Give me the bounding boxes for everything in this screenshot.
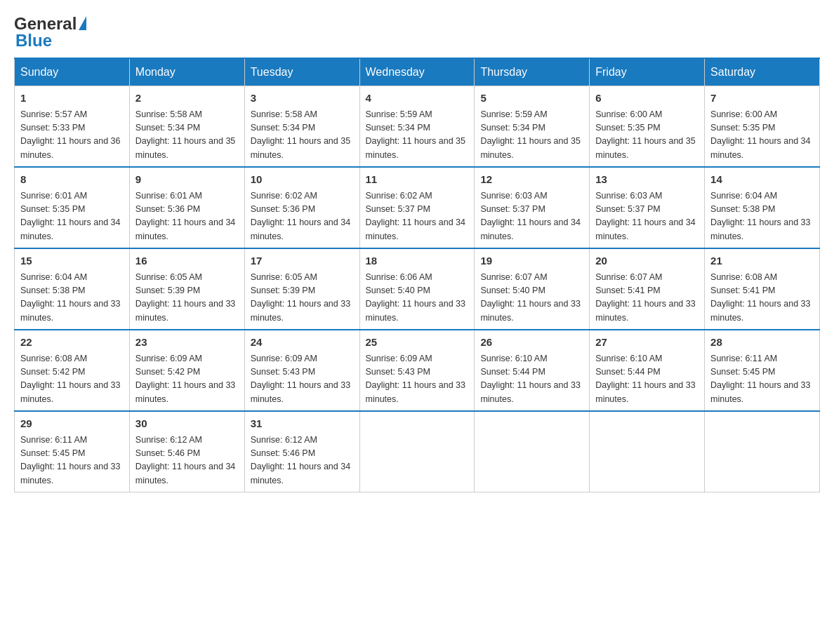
- day-info: Sunrise: 6:05 AMSunset: 5:39 PMDaylight:…: [135, 271, 239, 326]
- day-info: Sunrise: 5:57 AMSunset: 5:33 PMDaylight:…: [20, 108, 124, 163]
- calendar-header-row: SundayMondayTuesdayWednesdayThursdayFrid…: [15, 58, 820, 86]
- calendar-cell: 26Sunrise: 6:10 AMSunset: 5:44 PMDayligh…: [475, 330, 590, 411]
- day-info: Sunrise: 6:08 AMSunset: 5:41 PMDaylight:…: [710, 271, 814, 326]
- day-number: 20: [595, 253, 699, 269]
- day-info: Sunrise: 6:01 AMSunset: 5:35 PMDaylight:…: [20, 189, 124, 244]
- calendar-cell: 19Sunrise: 6:07 AMSunset: 5:40 PMDayligh…: [475, 248, 590, 330]
- day-info: Sunrise: 6:09 AMSunset: 5:43 PMDaylight:…: [251, 352, 354, 407]
- day-info: Sunrise: 6:02 AMSunset: 5:37 PMDaylight:…: [366, 189, 469, 244]
- day-number: 27: [595, 335, 699, 351]
- day-number: 2: [135, 90, 239, 107]
- calendar-cell: 6Sunrise: 6:00 AMSunset: 5:35 PMDaylight…: [590, 86, 705, 168]
- day-number: 16: [135, 253, 239, 269]
- day-number: 17: [251, 253, 354, 269]
- day-number: 19: [480, 253, 583, 269]
- calendar-cell: 17Sunrise: 6:05 AMSunset: 5:39 PMDayligh…: [244, 248, 359, 330]
- calendar-cell: 29Sunrise: 6:11 AMSunset: 5:45 PMDayligh…: [15, 411, 130, 492]
- calendar-cell: 1Sunrise: 5:57 AMSunset: 5:33 PMDaylight…: [15, 86, 130, 168]
- calendar-cell: 25Sunrise: 6:09 AMSunset: 5:43 PMDayligh…: [359, 330, 475, 411]
- calendar-cell: 31Sunrise: 6:12 AMSunset: 5:46 PMDayligh…: [244, 411, 359, 492]
- day-number: 6: [595, 90, 699, 107]
- weekday-header-friday: Friday: [590, 58, 705, 86]
- day-info: Sunrise: 6:12 AMSunset: 5:46 PMDaylight:…: [135, 434, 239, 488]
- day-info: Sunrise: 6:03 AMSunset: 5:37 PMDaylight:…: [480, 189, 583, 244]
- calendar-cell: 2Sunrise: 5:58 AMSunset: 5:34 PMDaylight…: [129, 86, 244, 168]
- day-number: 9: [135, 172, 239, 188]
- calendar-week-3: 15Sunrise: 6:04 AMSunset: 5:38 PMDayligh…: [15, 248, 820, 330]
- calendar-cell: 24Sunrise: 6:09 AMSunset: 5:43 PMDayligh…: [244, 330, 359, 411]
- calendar-cell: 4Sunrise: 5:59 AMSunset: 5:34 PMDaylight…: [359, 86, 475, 168]
- calendar-cell: 15Sunrise: 6:04 AMSunset: 5:38 PMDayligh…: [15, 248, 130, 330]
- day-number: 4: [366, 90, 469, 107]
- day-info: Sunrise: 5:59 AMSunset: 5:34 PMDaylight:…: [366, 108, 469, 163]
- day-number: 25: [366, 335, 469, 351]
- calendar-cell: 18Sunrise: 6:06 AMSunset: 5:40 PMDayligh…: [359, 248, 475, 330]
- day-number: 22: [20, 335, 124, 351]
- calendar-cell: 8Sunrise: 6:01 AMSunset: 5:35 PMDaylight…: [15, 167, 130, 248]
- day-number: 30: [135, 416, 239, 432]
- day-info: Sunrise: 6:01 AMSunset: 5:36 PMDaylight:…: [135, 189, 239, 244]
- calendar-cell: [590, 411, 705, 492]
- day-info: Sunrise: 6:08 AMSunset: 5:42 PMDaylight:…: [20, 352, 124, 407]
- day-info: Sunrise: 6:00 AMSunset: 5:35 PMDaylight:…: [595, 108, 699, 163]
- calendar-cell: 3Sunrise: 5:58 AMSunset: 5:34 PMDaylight…: [244, 86, 359, 168]
- calendar-cell: 12Sunrise: 6:03 AMSunset: 5:37 PMDayligh…: [475, 167, 590, 248]
- day-number: 24: [251, 335, 354, 351]
- calendar-cell: 14Sunrise: 6:04 AMSunset: 5:38 PMDayligh…: [705, 167, 820, 248]
- day-info: Sunrise: 6:10 AMSunset: 5:44 PMDaylight:…: [595, 352, 699, 407]
- calendar-cell: [705, 411, 820, 492]
- calendar-cell: [359, 411, 475, 492]
- weekday-header-tuesday: Tuesday: [244, 58, 359, 86]
- day-info: Sunrise: 6:12 AMSunset: 5:46 PMDaylight:…: [251, 434, 354, 488]
- calendar-cell: 30Sunrise: 6:12 AMSunset: 5:46 PMDayligh…: [129, 411, 244, 492]
- calendar-cell: [475, 411, 590, 492]
- day-info: Sunrise: 6:11 AMSunset: 5:45 PMDaylight:…: [710, 352, 814, 407]
- calendar-cell: 23Sunrise: 6:09 AMSunset: 5:42 PMDayligh…: [129, 330, 244, 411]
- day-info: Sunrise: 6:00 AMSunset: 5:35 PMDaylight:…: [710, 108, 814, 163]
- day-number: 29: [20, 416, 124, 432]
- calendar-cell: 7Sunrise: 6:00 AMSunset: 5:35 PMDaylight…: [705, 86, 820, 168]
- day-info: Sunrise: 6:09 AMSunset: 5:42 PMDaylight:…: [135, 352, 239, 407]
- day-info: Sunrise: 6:07 AMSunset: 5:41 PMDaylight:…: [595, 271, 699, 326]
- page-header: General Blue: [14, 14, 820, 51]
- day-info: Sunrise: 6:03 AMSunset: 5:37 PMDaylight:…: [595, 189, 699, 244]
- day-number: 8: [20, 172, 124, 188]
- calendar-cell: 27Sunrise: 6:10 AMSunset: 5:44 PMDayligh…: [590, 330, 705, 411]
- day-info: Sunrise: 6:10 AMSunset: 5:44 PMDaylight:…: [480, 352, 583, 407]
- day-info: Sunrise: 6:02 AMSunset: 5:36 PMDaylight:…: [251, 189, 354, 244]
- weekday-header-monday: Monday: [129, 58, 244, 86]
- logo-triangle-icon: [79, 16, 86, 30]
- day-info: Sunrise: 6:09 AMSunset: 5:43 PMDaylight:…: [366, 352, 469, 407]
- calendar-cell: 21Sunrise: 6:08 AMSunset: 5:41 PMDayligh…: [705, 248, 820, 330]
- day-number: 5: [480, 90, 583, 107]
- weekday-header-sunday: Sunday: [15, 58, 130, 86]
- weekday-header-saturday: Saturday: [705, 58, 820, 86]
- calendar-cell: 20Sunrise: 6:07 AMSunset: 5:41 PMDayligh…: [590, 248, 705, 330]
- day-number: 23: [135, 335, 239, 351]
- calendar-cell: 16Sunrise: 6:05 AMSunset: 5:39 PMDayligh…: [129, 248, 244, 330]
- day-info: Sunrise: 5:58 AMSunset: 5:34 PMDaylight:…: [251, 108, 354, 163]
- logo: General Blue: [14, 14, 86, 51]
- day-info: Sunrise: 6:05 AMSunset: 5:39 PMDaylight:…: [251, 271, 354, 326]
- logo-blue-text: Blue: [15, 31, 52, 51]
- day-number: 7: [710, 90, 814, 107]
- day-number: 1: [20, 90, 124, 107]
- calendar-cell: 10Sunrise: 6:02 AMSunset: 5:36 PMDayligh…: [244, 167, 359, 248]
- day-info: Sunrise: 6:06 AMSunset: 5:40 PMDaylight:…: [366, 271, 469, 326]
- calendar-cell: 28Sunrise: 6:11 AMSunset: 5:45 PMDayligh…: [705, 330, 820, 411]
- day-number: 26: [480, 335, 583, 351]
- calendar-week-1: 1Sunrise: 5:57 AMSunset: 5:33 PMDaylight…: [15, 86, 820, 168]
- day-number: 28: [710, 335, 814, 351]
- day-number: 10: [251, 172, 354, 188]
- day-info: Sunrise: 6:07 AMSunset: 5:40 PMDaylight:…: [480, 271, 583, 326]
- day-number: 11: [366, 172, 469, 188]
- day-info: Sunrise: 6:04 AMSunset: 5:38 PMDaylight:…: [710, 189, 814, 244]
- weekday-header-wednesday: Wednesday: [359, 58, 475, 86]
- day-number: 12: [480, 172, 583, 188]
- calendar-cell: 5Sunrise: 5:59 AMSunset: 5:34 PMDaylight…: [475, 86, 590, 168]
- calendar-cell: 9Sunrise: 6:01 AMSunset: 5:36 PMDaylight…: [129, 167, 244, 248]
- day-number: 13: [595, 172, 699, 188]
- day-number: 14: [710, 172, 814, 188]
- calendar-week-5: 29Sunrise: 6:11 AMSunset: 5:45 PMDayligh…: [15, 411, 820, 492]
- day-number: 15: [20, 253, 124, 269]
